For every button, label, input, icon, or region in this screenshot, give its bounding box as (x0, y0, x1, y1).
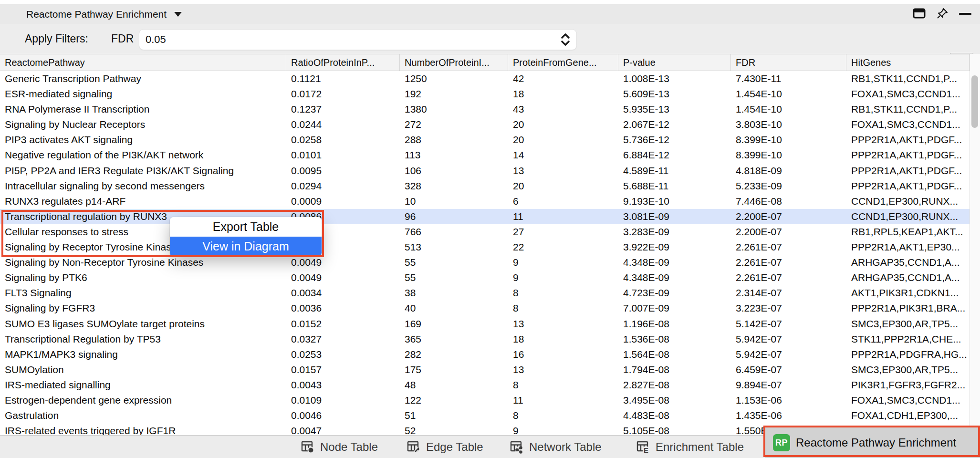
table-cell: 40 (400, 301, 508, 316)
table-cell: 5.233E-09 (731, 178, 846, 194)
table-row[interactable]: MAPK1/MAPK3 signaling0.0253282161.564E-0… (0, 347, 970, 362)
table-cell: Transcriptional Regulation by TP53 (0, 332, 286, 347)
table-cell: Signaling by Nuclear Receptors (0, 117, 286, 132)
stepper-icon[interactable] (557, 31, 574, 48)
tab-edge-table[interactable]: Edge Table (407, 436, 483, 458)
tab-network-table[interactable]: Network Table (510, 436, 602, 458)
table-cell: 7.430E-11 (731, 71, 846, 86)
column-header[interactable]: P-value (618, 54, 731, 71)
table-cell: 1.454E-10 (731, 86, 846, 102)
table-cell: 10 (400, 194, 508, 209)
column-header[interactable]: FDR (731, 54, 846, 71)
table-row[interactable]: SUMOylation0.0157175131.794E-086.459E-07… (0, 362, 970, 377)
table-row[interactable]: Generic Transcription Pathway0.112112504… (0, 71, 970, 86)
table-cell: CCND1,EP300,RUNX... (846, 209, 970, 224)
node-table-icon (301, 440, 315, 454)
table-cell: Estrogen-dependent gene expression (0, 393, 286, 408)
column-header[interactable]: ProteinFromGene... (508, 54, 618, 71)
tab-label: Enrichment Table (656, 440, 744, 454)
tab-reactome-pathway-enrichment[interactable]: RP Reactome Pathway Enrichment (765, 427, 980, 458)
table-row[interactable]: RNA Polymerase II Transcription0.1237138… (0, 102, 970, 117)
table-cell: RB1,STK11,CCND1,P... (846, 71, 970, 86)
table-cell: 0.1237 (286, 102, 400, 117)
table-cell: Signaling by PTK6 (0, 270, 286, 285)
table-cell: 4.348E-09 (618, 255, 731, 270)
table-row[interactable]: PIP3 activates AKT signaling0.0258288205… (0, 132, 970, 147)
table-cell: 192 (400, 86, 508, 102)
vertical-scrollbar[interactable] (970, 54, 980, 435)
table-cell: 0.0258 (286, 132, 400, 147)
table-cell: RUNX3 regulates p14-ARF (0, 194, 286, 209)
table-cell: PPP2R1A,PDGFRA,HG... (846, 347, 970, 362)
table-row[interactable]: Signaling by Nuclear Receptors0.02442722… (0, 117, 970, 132)
table-cell: 4.483E-08 (618, 408, 731, 423)
table-cell: SUMO E3 ligases SUMOylate target protein… (0, 316, 286, 332)
table-row[interactable]: Signaling by FGFR30.00364087.007E-093.22… (0, 301, 970, 316)
column-header[interactable]: HitGenes (846, 54, 970, 71)
table-cell: 288 (400, 132, 508, 147)
table-cell: 55 (400, 270, 508, 285)
table-row[interactable]: Transcriptional regulation by RUNX30.008… (0, 209, 970, 224)
table-row[interactable]: Signaling by Non-Receptor Tyrosine Kinas… (0, 255, 970, 270)
table-cell: PIK3R1,FGFR3,FGFR2... (846, 377, 970, 393)
table-row[interactable]: RUNX3 regulates p14-ARF0.00091069.193E-1… (0, 194, 970, 209)
table-row[interactable]: Transcriptional Regulation by TP530.0327… (0, 332, 970, 347)
table-cell: 22 (508, 239, 618, 255)
table-row[interactable]: Intracellular signaling by second messen… (0, 178, 970, 194)
column-header[interactable]: ReactomePathway (0, 54, 286, 71)
table-cell: 0.0046 (286, 408, 400, 423)
panel-title: Reactome Pathway Enrichment (26, 9, 167, 20)
table-cell: 106 (400, 163, 508, 178)
table-row[interactable]: Signaling by Receptor Tyrosine Kinases0.… (0, 239, 970, 255)
table-cell: Negative regulation of the PI3K/AKT netw… (0, 147, 286, 163)
table-row[interactable]: ESR-mediated signaling0.0172192185.609E-… (0, 86, 970, 102)
table-row[interactable]: Estrogen-dependent gene expression0.0109… (0, 393, 970, 408)
table-cell: 11 (508, 209, 618, 224)
table-cell: 8 (508, 377, 618, 393)
menu-item-view-in-diagram[interactable]: View in Diagram (170, 237, 322, 256)
column-header[interactable]: NumberOfProteinI... (400, 54, 508, 71)
table-cell: 0.0327 (286, 332, 400, 347)
fdr-filter-value: 0.05 (146, 30, 166, 50)
table-cell: IRS-related events triggered by IGF1R (0, 423, 286, 435)
table-row[interactable]: Signaling by PTK60.00495594.348E-092.261… (0, 270, 970, 285)
table-row[interactable]: FLT3 Signaling0.00343884.723E-092.314E-0… (0, 285, 970, 301)
float-window-icon[interactable] (913, 8, 926, 21)
table-row[interactable]: Negative regulation of the PI3K/AKT netw… (0, 147, 970, 163)
panel-title-bar: Reactome Pathway Enrichment (0, 4, 980, 24)
table-cell: 2.261E-07 (731, 239, 846, 255)
table-cell: 0.0152 (286, 316, 400, 332)
table-cell: 0.1121 (286, 71, 400, 86)
minimize-icon[interactable] (959, 13, 971, 15)
table-row[interactable]: IRS-mediated signalling0.00434882.827E-0… (0, 377, 970, 393)
tab-enrichment-table[interactable]: E Enrichment Table (636, 436, 744, 458)
panel-title-dropdown[interactable]: Reactome Pathway Enrichment (26, 4, 182, 24)
table-cell: 55 (400, 255, 508, 270)
scrollbar-thumb[interactable] (971, 75, 978, 128)
table-cell: 9.193E-10 (618, 194, 731, 209)
apply-filters-label: Apply Filters: (25, 24, 88, 54)
table-row[interactable]: Cellular responses to stress0.0687766273… (0, 224, 970, 239)
table-cell: 20 (508, 117, 618, 132)
table-cell: 0.0101 (286, 147, 400, 163)
table-cell: CCND1,EP300,RUNX... (846, 194, 970, 209)
table-row[interactable]: PI5P, PP2A and IER3 Regulate PI3K/AKT Si… (0, 163, 970, 178)
column-header[interactable]: RatioOfProteinInP... (286, 54, 400, 71)
table-cell: 4.589E-11 (618, 163, 731, 178)
table-cell: 2.067E-12 (618, 117, 731, 132)
table-cell: PI5P, PP2A and IER3 Regulate PI3K/AKT Si… (0, 163, 286, 178)
table-cell: ARHGAP35,CCND1,A... (846, 270, 970, 285)
fdr-filter-combobox[interactable]: 0.05 (139, 29, 577, 50)
table-cell: Signaling by Non-Receptor Tyrosine Kinas… (0, 255, 286, 270)
table-cell: PPP2R1A,PIK3R1,BRA... (846, 301, 970, 316)
menu-item-export-table[interactable]: Export Table (170, 217, 322, 237)
table-cell: 5.688E-11 (618, 178, 731, 194)
network-table-icon (510, 440, 524, 454)
table-row[interactable]: Gastrulation0.00465184.483E-081.435E-06F… (0, 408, 970, 423)
tab-node-table[interactable]: Node Table (301, 436, 378, 458)
table-cell: IRS-mediated signalling (0, 377, 286, 393)
table-cell: 513 (400, 239, 508, 255)
table-row[interactable]: SUMO E3 ligases SUMOylate target protein… (0, 316, 970, 332)
pin-icon[interactable] (936, 7, 949, 21)
table-cell: SMC3,EP300,AR,TP5... (846, 316, 970, 332)
